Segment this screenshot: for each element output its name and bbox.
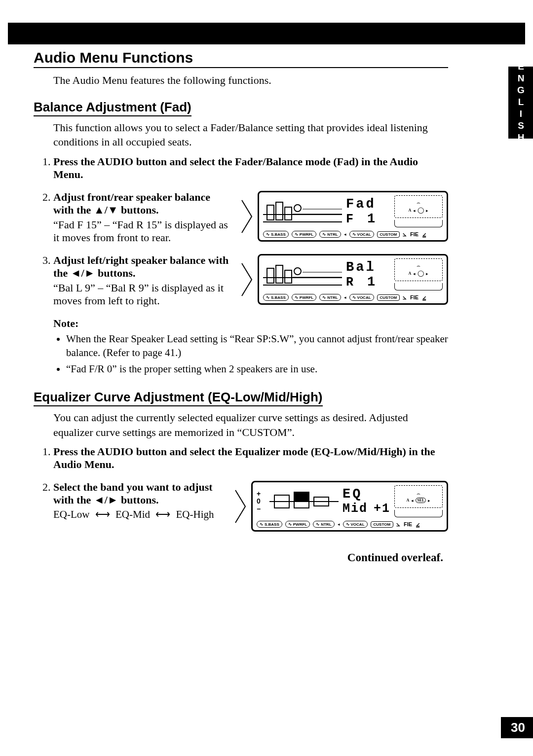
- eq-scale-icon: +0−: [257, 490, 266, 513]
- display-fad-letter: F: [346, 212, 353, 226]
- balance-step-3: Adjust left/right speaker balance with t…: [53, 254, 448, 307]
- dpad-icon: ⌢ A ◂◯▸: [394, 195, 443, 218]
- fie-label: FIE: [410, 294, 419, 300]
- fie-label: FIE: [404, 521, 412, 527]
- chip-custom: CUSTOM: [377, 294, 400, 301]
- display-eq-title: EQ: [343, 487, 390, 502]
- eq-band-nav: EQ-Low ⟷ EQ-Mid ⟷ EQ-High: [53, 508, 225, 521]
- svg-point-12: [294, 268, 301, 275]
- display-eq: +0−: [251, 481, 448, 532]
- language-tab: ENGLISH: [508, 67, 533, 139]
- balance-step-3-body: “Bal L 9” – “Bal R 9” is displayed as it…: [53, 282, 231, 307]
- eq-nav-mid: EQ-Mid: [115, 508, 150, 520]
- note-bullet-1: When the Rear Speaker Lead setting is “R…: [66, 332, 448, 360]
- eq-heading: Equalizer Curve Adjustment (EQ-Low/Mid/H…: [34, 390, 323, 406]
- dpad-icon: ⌢ A ◂ SEL ▸: [394, 485, 443, 508]
- balance-step-1-text: Press the AUDIO button and select the Fa…: [53, 155, 418, 180]
- chip-custom: CUSTOM: [377, 231, 400, 238]
- a-label: A: [409, 208, 412, 213]
- display-eq-band: Mid: [343, 502, 368, 516]
- chip-nav-left-icon: ◂: [338, 522, 340, 527]
- chip-pwrfl: ∿PWRFL: [292, 231, 316, 238]
- balance-desc: This function allows you to select a Fad…: [53, 120, 448, 149]
- close-bracket-icon: ⦤: [422, 230, 426, 238]
- chip-custom: CUSTOM: [371, 521, 394, 528]
- pointer-icon: [241, 191, 253, 242]
- chip-vocal: ∿VOCAL: [343, 521, 368, 528]
- close-bracket-icon: ⦤: [422, 293, 426, 301]
- balance-step-2-title: Adjust front/rear speaker balance with t…: [53, 191, 210, 216]
- balance-heading: Balance Adjustment (Fad): [34, 100, 191, 116]
- open-bracket-icon: ⦣: [403, 293, 406, 301]
- chip-ntrl: ∿NTRL: [319, 294, 341, 301]
- chip-ntrl: ∿NTRL: [313, 521, 334, 528]
- eq-nav-high: EQ-High: [176, 508, 214, 520]
- chip-ntrl: ∿NTRL: [319, 231, 341, 238]
- pointer-icon: [241, 254, 253, 305]
- note-title: Note:: [53, 317, 448, 330]
- spectrum-bars-icon: [263, 263, 342, 286]
- chip-vocal: ∿VOCAL: [349, 294, 374, 301]
- eq-bands-icon: [269, 490, 339, 513]
- svg-rect-1: [267, 205, 274, 220]
- balance-step-2-body: “Fad F 15” – “Fad R 15” is displayed as …: [53, 218, 231, 244]
- double-arrow-icon: ⟷: [155, 508, 170, 521]
- svg-rect-2: [276, 202, 283, 220]
- svg-rect-9: [267, 268, 274, 283]
- continued-overleaf: Continued overleaf.: [34, 551, 443, 564]
- chip-pwrfl: ∿PWRFL: [285, 521, 310, 528]
- eq-desc: You can adjust the currently selected eq…: [53, 410, 448, 439]
- display-bal-title: Bal: [346, 260, 376, 275]
- a-label: A: [409, 271, 412, 276]
- eq-nav-low: EQ-Low: [53, 508, 89, 520]
- slot-icon: [394, 220, 443, 227]
- svg-rect-11: [285, 270, 292, 283]
- balance-step-3-title: Adjust left/right speaker balance with t…: [53, 254, 228, 279]
- chip-sbass: ∿S.BASS: [257, 521, 282, 528]
- language-tab-label: ENGLISH: [515, 61, 526, 144]
- display-fad-title: Fad: [346, 197, 376, 212]
- pointer-icon: [234, 481, 246, 532]
- section-title: Audio Menu Functions: [34, 49, 448, 68]
- eq-step-1: Press the AUDIO button and select the Eq…: [53, 445, 448, 471]
- display-fad: Fad F 1 ⌢: [258, 191, 448, 242]
- svg-rect-3: [285, 207, 292, 220]
- display-fad-value: 1: [367, 212, 375, 226]
- section-intro: The Audio Menu features the following fu…: [53, 73, 448, 88]
- spectrum-bars-icon: [263, 200, 342, 223]
- fie-label: FIE: [410, 231, 419, 237]
- display-bal: Bal R 1 ⌢: [258, 254, 448, 305]
- svg-rect-18: [294, 492, 309, 502]
- display-bal-value: 1: [367, 275, 375, 289]
- chip-nav-left-icon: ◂: [344, 232, 346, 237]
- slot-icon: [394, 283, 443, 290]
- close-bracket-icon: ⦤: [416, 520, 419, 528]
- display-eq-value: +1: [374, 502, 390, 516]
- display-bal-letter: R: [346, 275, 353, 289]
- svg-rect-10: [276, 265, 283, 283]
- open-bracket-icon: ⦣: [396, 520, 400, 528]
- dpad-icon: ⌢ A ◂◯▸: [394, 258, 443, 281]
- sel-label: SEL: [416, 498, 426, 503]
- note-bullet-2: “Fad F/R 0” is the proper setting when 2…: [66, 362, 448, 376]
- chip-nav-left-icon: ◂: [344, 295, 346, 300]
- svg-point-4: [294, 205, 301, 212]
- balance-step-1: Press the AUDIO button and select the Fa…: [53, 155, 448, 181]
- header-black-bar: [8, 23, 525, 44]
- chip-pwrfl: ∿PWRFL: [292, 294, 316, 301]
- balance-step-2: Adjust front/rear speaker balance with t…: [53, 191, 448, 244]
- eq-step-1-text: Press the AUDIO button and select the Eq…: [53, 445, 435, 470]
- page-number: 30: [501, 717, 533, 738]
- double-arrow-icon: ⟷: [95, 508, 110, 521]
- a-label: A: [407, 498, 410, 503]
- chip-sbass: ∿S.BASS: [263, 294, 289, 301]
- eq-step-2-title: Select the band you want to adjust with …: [53, 481, 213, 506]
- chip-vocal: ∿VOCAL: [349, 231, 374, 238]
- slot-icon: [394, 510, 443, 517]
- open-bracket-icon: ⦣: [403, 230, 406, 238]
- chip-sbass: ∿S.BASS: [263, 231, 289, 238]
- eq-step-2: Select the band you want to adjust with …: [53, 481, 448, 532]
